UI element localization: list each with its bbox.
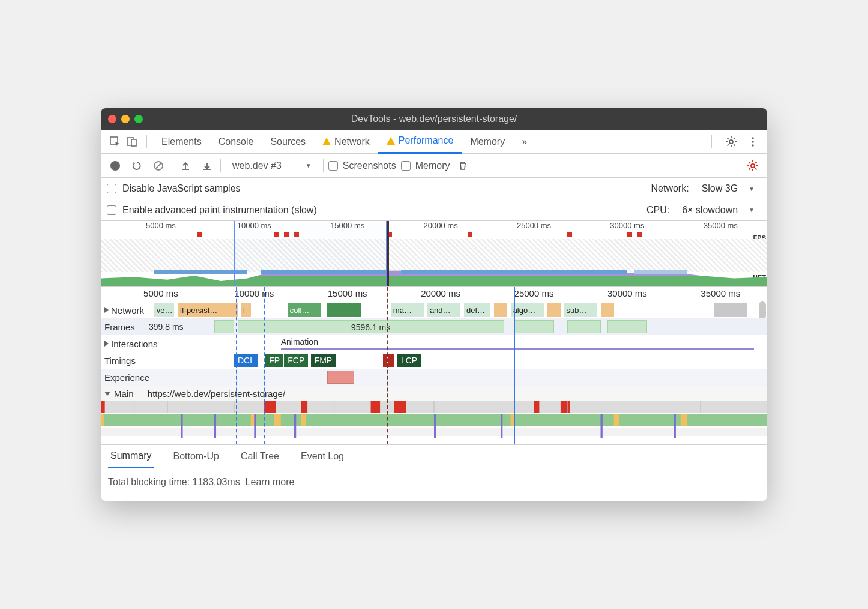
tab-memory[interactable]: Memory [462, 130, 513, 154]
timing-fcp[interactable]: FCP [284, 354, 308, 367]
network-item[interactable]: l [241, 303, 251, 317]
maximize-icon[interactable] [134, 115, 143, 123]
timings-track[interactable]: Timings DCL FP FCP FMP L LCP [101, 352, 767, 369]
tab-bottom-up[interactable]: Bottom-Up [170, 444, 221, 468]
reload-button[interactable] [128, 157, 145, 174]
settings-row-1: Disable JavaScript samples Network: Slow… [101, 178, 767, 199]
device-toggle-icon[interactable] [124, 133, 140, 150]
timing-lcp[interactable]: LCP [397, 354, 421, 367]
svg-line-10 [728, 144, 729, 145]
tab-more[interactable]: » [513, 130, 535, 154]
disable-js-label: Disable JavaScript samples [122, 183, 241, 194]
network-item[interactable]: sub… [564, 303, 597, 317]
svg-line-25 [755, 168, 756, 169]
close-icon[interactable] [108, 115, 116, 123]
svg-line-11 [734, 138, 735, 139]
screenshots-label: Screenshots [343, 160, 396, 171]
svg-rect-44 [681, 414, 687, 426]
svg-line-24 [749, 162, 750, 163]
svg-rect-51 [601, 414, 603, 438]
network-label: Network: [651, 183, 689, 194]
titlebar: DevTools - web.dev/persistent-storage/ [101, 108, 767, 130]
kebab-icon[interactable] [744, 133, 761, 150]
svg-rect-32 [264, 401, 276, 413]
svg-rect-40 [274, 414, 281, 426]
trash-icon[interactable] [454, 157, 471, 174]
svg-point-3 [729, 140, 733, 144]
network-item[interactable]: coll… [288, 303, 321, 317]
svg-line-26 [749, 168, 750, 169]
timing-fp[interactable]: FP [265, 354, 283, 367]
main-flame-chart[interactable] [101, 401, 767, 444]
clear-button[interactable] [150, 157, 167, 174]
record-button[interactable] [107, 157, 124, 174]
cpu-label: CPU: [646, 205, 669, 216]
timing-fmp[interactable]: FMP [311, 354, 336, 367]
svg-point-12 [752, 137, 754, 139]
save-profile-button[interactable] [199, 157, 215, 174]
tab-call-tree[interactable]: Call Tree [238, 444, 282, 468]
svg-rect-43 [614, 414, 619, 426]
warning-icon [387, 137, 395, 145]
inspect-icon[interactable] [107, 133, 124, 150]
overview-timeline[interactable]: 5000 ms 10000 ms 15000 ms 20000 ms 25000… [101, 221, 767, 287]
recording-name: web.dev #3 [232, 160, 282, 171]
window-title: DevTools - web.dev/persistent-storage/ [101, 114, 767, 124]
memory-checkbox[interactable] [401, 161, 411, 171]
experience-track[interactable]: Experience [101, 369, 767, 386]
network-item[interactable]: ff-persist… [178, 303, 238, 317]
cpu-throttle-select[interactable]: 6× slowdown ▼ [675, 203, 761, 217]
svg-rect-49 [434, 414, 436, 438]
scrollbar[interactable] [759, 301, 766, 320]
svg-rect-35 [394, 401, 406, 413]
recording-selector[interactable]: web.dev #3 ▼ [226, 159, 318, 173]
tab-sources[interactable]: Sources [262, 130, 314, 154]
interactions-track[interactable]: Interactions Animation [101, 335, 767, 352]
minimize-icon[interactable] [121, 115, 130, 123]
main-track-header[interactable]: Main — https://web.dev/persistent-storag… [101, 386, 767, 401]
network-throttle-select[interactable]: Slow 3G ▼ [695, 181, 761, 196]
tab-elements[interactable]: Elements [153, 130, 210, 154]
enable-paint-checkbox[interactable] [107, 205, 116, 215]
timing-l[interactable]: L [383, 354, 395, 367]
svg-rect-52 [674, 414, 676, 438]
svg-rect-34 [371, 401, 381, 413]
load-profile-button[interactable] [177, 157, 194, 174]
tab-event-log[interactable]: Event Log [298, 444, 346, 468]
summary-panel: Total blocking time: 1183.03ms Learn mor… [101, 468, 767, 501]
tab-summary[interactable]: Summary [108, 444, 154, 468]
svg-line-8 [728, 138, 729, 139]
frames-track[interactable]: Frames 399.8 ms 9596.1 ms [101, 318, 767, 335]
gear-icon[interactable] [723, 133, 740, 150]
network-item[interactable]: def… [464, 303, 490, 317]
chevron-down-icon: ▼ [306, 162, 312, 169]
svg-rect-33 [301, 401, 307, 413]
svg-rect-41 [301, 414, 306, 426]
enable-paint-label: Enable advanced paint instrumentation (s… [122, 205, 317, 216]
network-item[interactable]: ma… [391, 303, 424, 317]
settings-row-2: Enable advanced paint instrumentation (s… [101, 199, 767, 221]
tab-performance[interactable]: Performance [378, 130, 462, 154]
tab-network[interactable]: Network [314, 130, 378, 154]
traffic-lights [108, 115, 143, 123]
svg-line-27 [755, 162, 756, 163]
svg-rect-50 [501, 414, 502, 438]
learn-more-link[interactable]: Learn more [246, 477, 295, 487]
capture-settings-icon[interactable] [744, 157, 761, 174]
tab-console[interactable]: Console [210, 130, 262, 154]
svg-line-9 [734, 144, 735, 145]
svg-rect-48 [294, 414, 296, 438]
svg-rect-36 [534, 401, 540, 413]
network-item[interactable]: algo… [511, 303, 544, 317]
svg-point-13 [752, 141, 754, 143]
disable-js-checkbox[interactable] [107, 184, 116, 193]
flame-chart-area[interactable]: 5000 ms 10000 ms 15000 ms 20000 ms 25000… [101, 287, 767, 444]
svg-rect-37 [561, 401, 570, 413]
network-item[interactable]: ve… [154, 303, 174, 317]
timing-dcl[interactable]: DCL [234, 354, 258, 367]
network-item[interactable]: and… [427, 303, 461, 317]
collapse-icon[interactable] [104, 392, 110, 396]
devtools-window: DevTools - web.dev/persistent-storage/ E… [101, 108, 767, 501]
screenshots-checkbox[interactable] [328, 161, 338, 171]
network-track[interactable]: Network ve… ff-persist… l coll… ma… and…… [101, 301, 767, 318]
